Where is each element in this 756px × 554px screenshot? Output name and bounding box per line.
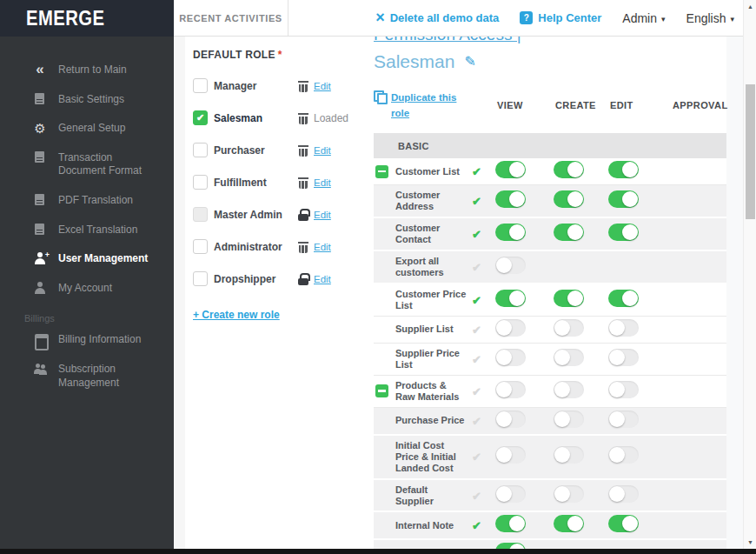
language-menu[interactable]: English ▾ [686, 11, 734, 25]
view-toggle-on[interactable] [495, 224, 526, 241]
view-toggle-off[interactable] [495, 410, 526, 428]
question-icon: ? [520, 11, 533, 24]
sidebar-item-transaction-document-format[interactable]: Transaction Document Format [0, 144, 174, 186]
view-toggle-on[interactable] [495, 190, 526, 208]
role-title: Salesman [374, 51, 454, 72]
trash-icon[interactable] [298, 112, 308, 124]
role-edit-link[interactable]: Edit [314, 242, 331, 252]
help-center-link[interactable]: ? Help Center [520, 11, 601, 24]
view-toggle-off[interactable] [495, 381, 526, 398]
view-toggle-on[interactable] [495, 161, 526, 178]
edit-toggle-on[interactable] [608, 515, 639, 532]
scrollbar-down-arrow[interactable]: ▼ [744, 536, 756, 548]
edit-toggle-on[interactable] [608, 161, 639, 178]
file-icon [33, 193, 47, 207]
role-edit-link[interactable]: Edit [314, 177, 331, 188]
permissions-header-row: Duplicate this role VIEW CREATE EDIT APP… [374, 88, 730, 123]
app-sidebar: Return to MainBasic SettingsGeneral Setu… [0, 37, 174, 549]
delete-demo-data-link[interactable]: × Delete all demo data [375, 11, 499, 25]
permission-row-export-all-customers: Export all customers [374, 251, 726, 284]
disabled-check-icon [472, 385, 481, 398]
window-bottom-edge [0, 549, 756, 554]
edit-toggle-off[interactable] [608, 410, 639, 428]
create-toggle-on[interactable] [554, 515, 584, 532]
collapse-minus-icon[interactable] [375, 384, 388, 397]
view-toggle-off[interactable] [495, 446, 526, 464]
create-toggle-on[interactable] [554, 290, 584, 307]
create-toggle-on[interactable] [554, 161, 584, 178]
edit-pencil-icon[interactable]: ✎ [464, 55, 475, 69]
permission-row-supplier-price-list: Supplier Price List [374, 344, 726, 376]
sidebar-item-label: Transaction Document Format [58, 151, 162, 178]
edit-toggle-on[interactable] [608, 190, 639, 208]
create-toggle-off[interactable] [554, 319, 584, 337]
sidebar-item-pdf-translation[interactable]: PDF Translation [0, 186, 174, 216]
role-checkbox[interactable] [193, 110, 208, 125]
permission-label: Initial Cost Price & Initial Landed Cost [395, 438, 472, 476]
trash-icon[interactable] [298, 241, 308, 253]
vertical-scrollbar[interactable]: ▲ ▼ [743, 0, 756, 554]
permission-label: Purchase Price [395, 413, 472, 428]
trash-icon[interactable] [298, 177, 308, 189]
view-toggle-off[interactable] [495, 257, 526, 274]
enabled-check-icon [472, 519, 481, 532]
role-checkbox[interactable] [193, 175, 208, 190]
admin-menu[interactable]: Admin ▾ [622, 11, 665, 25]
create-new-role-link[interactable]: + Create new role [193, 309, 280, 321]
create-toggle-off[interactable] [554, 381, 584, 398]
role-name: Manager [214, 80, 297, 92]
trash-icon[interactable] [298, 144, 308, 157]
edit-toggle-off[interactable] [608, 446, 639, 464]
lock-icon [298, 273, 308, 285]
create-toggle-on[interactable] [554, 224, 584, 241]
role-edit-link[interactable]: Edit [314, 145, 331, 156]
edit-toggle-on[interactable] [608, 290, 639, 307]
edit-toggle-off[interactable] [608, 381, 639, 398]
edit-toggle-off[interactable] [608, 485, 639, 503]
view-toggle-off[interactable] [495, 349, 526, 366]
edit-toggle-off[interactable] [608, 319, 639, 337]
plus-glyph: + [45, 250, 50, 259]
sidebar-item-return-to-main[interactable]: Return to Main [0, 56, 174, 85]
view-toggle-on[interactable] [495, 290, 526, 307]
role-checkbox[interactable] [193, 239, 208, 254]
scrollbar-thumb[interactable] [746, 84, 755, 219]
collapse-minus-icon[interactable] [375, 165, 388, 178]
tab-recent-activities[interactable]: RECENT ACTIVITIES [174, 0, 288, 36]
sidebar-item-subscription-management[interactable]: Subscription Management [0, 355, 174, 397]
permission-label: Export all customers [395, 254, 472, 280]
create-toggle-off[interactable] [554, 410, 584, 428]
sidebar-item-excel-translation[interactable]: Excel Translation [0, 216, 174, 245]
duplicate-role-link[interactable]: Duplicate this role [374, 90, 457, 122]
role-checkbox[interactable] [193, 207, 208, 222]
sidebar-item-billing-information[interactable]: Billing Information [0, 325, 174, 355]
sidebar-item-user-management[interactable]: +User Management [0, 244, 174, 274]
view-toggle-off[interactable] [495, 319, 526, 337]
scrollbar-up-arrow[interactable]: ▲ [744, 0, 756, 12]
view-toggle-on[interactable] [495, 515, 526, 532]
create-toggle-on[interactable] [554, 190, 584, 208]
app-logo: EMERGE [0, 0, 174, 37]
sidebar-item-general-setup[interactable]: General Setup [0, 114, 174, 144]
create-toggle-off[interactable] [554, 446, 584, 464]
create-toggle-off[interactable] [554, 485, 584, 503]
enabled-check-icon [472, 294, 481, 307]
sidebar-item-label: General Setup [58, 122, 162, 136]
column-header-view: VIEW [495, 100, 554, 110]
edit-toggle-on[interactable] [608, 224, 639, 241]
sidebar-item-label: User Management [58, 252, 162, 266]
role-checkbox[interactable] [193, 271, 208, 286]
copy-icon [374, 90, 387, 103]
role-edit-link[interactable]: Edit [314, 81, 331, 91]
role-edit-link[interactable]: Edit [314, 274, 331, 284]
view-toggle-off[interactable] [495, 485, 526, 503]
edit-toggle-off[interactable] [608, 349, 639, 366]
role-checkbox[interactable] [193, 78, 208, 93]
sidebar-item-my-account[interactable]: My Account [0, 274, 174, 304]
sidebar-item-basic-settings[interactable]: Basic Settings [0, 85, 174, 115]
trash-icon[interactable] [298, 80, 308, 92]
role-edit-link[interactable]: Edit [314, 210, 331, 220]
column-header-edit: EDIT [608, 100, 671, 110]
role-checkbox[interactable] [193, 143, 208, 157]
create-toggle-off[interactable] [554, 349, 584, 366]
